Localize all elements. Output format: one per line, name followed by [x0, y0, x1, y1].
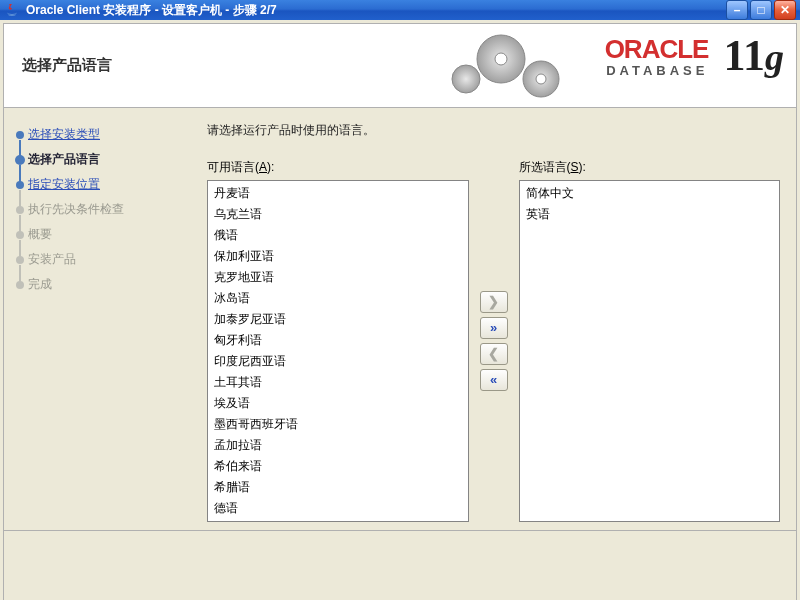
list-item[interactable]: 希伯来语: [208, 456, 468, 477]
window-title: Oracle Client 安装程序 - 设置客户机 - 步骤 2/7: [26, 2, 726, 19]
selected-languages-list[interactable]: 简体中文英语: [519, 180, 781, 522]
wizard-header: 选择产品语言 ORACLE DATABASE: [3, 23, 797, 108]
move-right-button[interactable]: ❯: [480, 291, 508, 313]
selected-list-label: 所选语言(S):: [519, 159, 781, 176]
titlebar: Oracle Client 安装程序 - 设置客户机 - 步骤 2/7 – □ …: [0, 0, 800, 20]
oracle-logo: ORACLE DATABASE: [605, 34, 709, 78]
list-item[interactable]: 保加利亚语: [208, 246, 468, 267]
maximize-button[interactable]: □: [750, 0, 772, 20]
list-item[interactable]: 印度尼西亚语: [208, 351, 468, 372]
list-item[interactable]: 埃及语: [208, 393, 468, 414]
wizard-step-3: 执行先决条件检查: [4, 197, 199, 222]
log-panel: [3, 531, 797, 600]
list-item[interactable]: 英语: [520, 204, 780, 225]
list-item[interactable]: 俄语: [208, 225, 468, 246]
page-title: 选择产品语言: [4, 56, 112, 75]
available-languages-list[interactable]: 丹麦语乌克兰语俄语保加利亚语克罗地亚语冰岛语加泰罗尼亚语匈牙利语印度尼西亚语土耳…: [207, 180, 469, 522]
wizard-sidebar: 选择安装类型选择产品语言指定安装位置执行先决条件检查概要安装产品完成: [4, 108, 199, 530]
list-item[interactable]: 乌克兰语: [208, 204, 468, 225]
wizard-step-6: 完成: [4, 272, 199, 297]
list-item[interactable]: 冰岛语: [208, 288, 468, 309]
move-left-button[interactable]: ❮: [480, 343, 508, 365]
move-all-right-button[interactable]: »: [480, 317, 508, 339]
move-all-left-button[interactable]: «: [480, 369, 508, 391]
list-item[interactable]: 土耳其语: [208, 372, 468, 393]
close-button[interactable]: ✕: [774, 0, 796, 20]
wizard-step-2[interactable]: 指定安装位置: [4, 172, 199, 197]
version-logo: 11g: [723, 30, 784, 81]
list-item[interactable]: 德语: [208, 498, 468, 519]
java-icon: [4, 2, 20, 18]
wizard-step-0[interactable]: 选择安装类型: [4, 122, 199, 147]
list-item[interactable]: 加泰罗尼亚语: [208, 309, 468, 330]
list-item[interactable]: 丹麦语: [208, 183, 468, 204]
gears-graphic: [441, 24, 591, 109]
wizard-content: 请选择运行产品时使用的语言。 可用语言(A): 丹麦语乌克兰语俄语保加利亚语克罗…: [199, 108, 796, 530]
list-item[interactable]: 孟加拉语: [208, 435, 468, 456]
minimize-button[interactable]: –: [726, 0, 748, 20]
svg-point-4: [452, 65, 480, 93]
list-item[interactable]: 简体中文: [520, 183, 780, 204]
wizard-step-1: 选择产品语言: [4, 147, 199, 172]
instruction-text: 请选择运行产品时使用的语言。: [207, 122, 780, 139]
svg-point-3: [536, 74, 546, 84]
list-item[interactable]: 希腊语: [208, 477, 468, 498]
available-list-label: 可用语言(A):: [207, 159, 469, 176]
wizard-step-5: 安装产品: [4, 247, 199, 272]
list-item[interactable]: 墨西哥西班牙语: [208, 414, 468, 435]
list-item[interactable]: 匈牙利语: [208, 330, 468, 351]
list-item[interactable]: 克罗地亚语: [208, 267, 468, 288]
svg-point-1: [495, 53, 507, 65]
wizard-step-4: 概要: [4, 222, 199, 247]
